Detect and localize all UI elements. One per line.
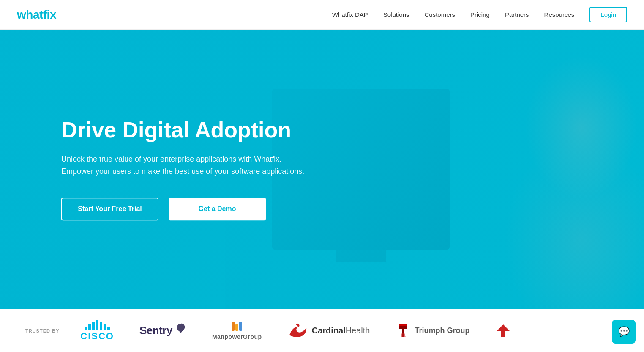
nav-pricing[interactable]: Pricing: [470, 11, 490, 18]
manpower-bar-1: [232, 322, 235, 331]
nav-resources[interactable]: Resources: [544, 11, 575, 18]
cisco-bar-2: [88, 324, 91, 330]
cisco-bar-3: [92, 322, 95, 330]
logo[interactable]: whatfix: [17, 8, 56, 22]
hero-buttons: Start Your Free Trial Get a Demo: [61, 198, 306, 221]
partial-logo: [495, 322, 512, 339]
chat-icon: 💬: [618, 326, 630, 337]
sentry-icon: [175, 323, 187, 338]
nav-solutions[interactable]: Solutions: [383, 11, 409, 18]
cisco-bar-7: [107, 327, 110, 330]
sentry-text: Sentry: [139, 324, 172, 337]
manpower-bar-2: [235, 324, 238, 331]
manpower-bars: [232, 322, 242, 331]
cisco-bar-4: [96, 320, 98, 330]
manpower-text: ManpowerGroup: [212, 333, 262, 340]
login-button[interactable]: Login: [589, 7, 627, 22]
cisco-bar-5: [100, 322, 102, 330]
manpower-logo: ManpowerGroup: [212, 318, 262, 344]
hero-title: Drive Digital Adoption: [61, 118, 306, 143]
start-trial-button[interactable]: Start Your Free Trial: [61, 198, 158, 221]
main-nav: Whatfix DAP Solutions Customers Pricing …: [332, 7, 627, 22]
triumph-group-logo: Triumph Group: [395, 318, 469, 344]
main-header: whatfix Whatfix DAP Solutions Customers …: [0, 0, 644, 30]
cardinal-health-logo: CardinalHealth: [287, 318, 370, 344]
cardinal-bird-icon: [287, 322, 308, 339]
trusted-by-section: TRUSTED BY CISCO Sentry: [0, 309, 644, 352]
hero-section: Drive Digital Adoption Unlock the true v…: [0, 30, 644, 309]
triumph-group-text: Triumph Group: [415, 326, 469, 335]
manpower-bar-3: [239, 322, 242, 331]
hero-subtitle: Unlock the true value of your enterprise…: [61, 153, 306, 178]
company-logos-row: CISCO Sentry ManpowerGroup: [80, 318, 619, 344]
svg-point-0: [299, 327, 301, 329]
triumph-icon: [395, 322, 411, 339]
cisco-bars: [85, 320, 110, 330]
cisco-logo: CISCO: [80, 318, 114, 344]
cardinal-health-text: CardinalHealth: [312, 326, 370, 336]
hero-content: Drive Digital Adoption Unlock the true v…: [61, 118, 306, 220]
nav-partners[interactable]: Partners: [505, 11, 529, 18]
sentry-logo: Sentry: [139, 318, 187, 344]
cisco-bar-6: [104, 324, 106, 330]
partial-logo-icon: [495, 322, 512, 339]
cisco-text: CISCO: [80, 331, 114, 342]
get-demo-button[interactable]: Get a Demo: [169, 198, 266, 221]
nav-customers[interactable]: Customers: [425, 11, 456, 18]
trusted-by-label: TRUSTED BY: [25, 328, 59, 333]
chat-widget[interactable]: 💬: [612, 320, 636, 344]
cisco-bar-1: [85, 327, 87, 330]
nav-whatfix-dap[interactable]: Whatfix DAP: [332, 11, 368, 18]
